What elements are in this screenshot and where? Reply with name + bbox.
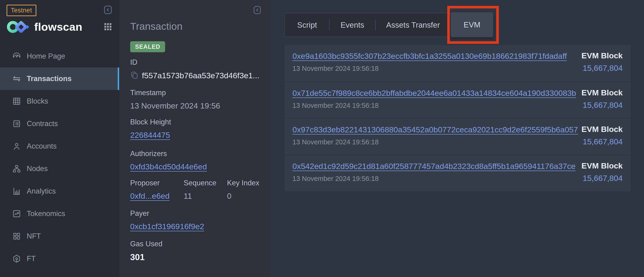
evm-transaction-row: 0xe9a1603bc9355fc307b23eccfb3bfc1a3255a0…: [284, 45, 631, 82]
sidebar-item-label: Nodes: [27, 165, 48, 173]
row-timestamp: 13 November 2024 19:56:18: [292, 65, 379, 72]
sidebar-item-blocks[interactable]: Blocks: [0, 90, 119, 112]
sidebar-nav: Home PageTransactionsBlocksContractsAcco…: [0, 45, 119, 270]
evm-block-label: EVM Block: [582, 88, 623, 97]
app-root: Testnet: [0, 0, 644, 277]
evm-transaction-row: 0x97c83d3eb8221431306880a35452a0b0772cec…: [284, 118, 631, 155]
sidebar-item-tokenomics[interactable]: Tokenomics: [0, 203, 119, 225]
sequence-value: 11: [184, 192, 227, 201]
network-badge: Testnet: [6, 5, 36, 16]
payer-link[interactable]: 0xcb1cf3196916f9e2: [130, 222, 204, 231]
tab-events[interactable]: Events: [329, 13, 376, 36]
field-id: ID f557a1573b76aa53e73d46f3e1...: [130, 58, 262, 80]
sidebar-item-analytics[interactable]: Analytics: [0, 180, 119, 203]
tab-assets-transfer[interactable]: Assets Transfer: [376, 13, 450, 36]
sidebar: Testnet: [0, 0, 119, 277]
sidebar-item-transactions[interactable]: Transactions: [0, 67, 119, 90]
block-height-link[interactable]: 226844475: [130, 131, 170, 139]
evm-block-number-link[interactable]: 15,667,804: [582, 63, 623, 73]
sidebar-item-accounts[interactable]: Accounts: [0, 135, 119, 157]
swap-icon: [12, 74, 21, 83]
transaction-panel: Transaction SEALED ID f557a1573b76aa53e7…: [119, 0, 271, 277]
row-timestamp: 13 November 2024 19:56:18: [292, 175, 379, 183]
tab-bar: ScriptEventsAssets TransferEVM: [284, 13, 495, 37]
payer-label: Payer: [130, 209, 262, 218]
evm-block-label: EVM Block: [582, 125, 623, 134]
sidebar-item-nodes[interactable]: Nodes: [0, 157, 119, 180]
field-payer: Payer 0xcb1cf3196916f9e2: [130, 209, 262, 231]
evm-block-label: EVM Block: [582, 161, 623, 170]
timestamp-label: Timestamp: [130, 89, 262, 97]
evm-transactions-list: 0xe9a1603bc9355fc307b23eccfb3bfc1a3255a0…: [284, 45, 631, 191]
evm-block-label: EVM Block: [582, 51, 623, 60]
field-timestamp: Timestamp 13 November 2024 19:56: [130, 89, 262, 110]
field-authorizers: Authorizers 0xfd3b4cd50d44e6ed: [130, 150, 262, 171]
sidebar-item-label: Transactions: [27, 74, 72, 83]
proposer-link[interactable]: 0xfd...e6ed: [130, 192, 170, 200]
sidebar-collapse-icon[interactable]: [103, 5, 113, 15]
contract-icon: [12, 119, 21, 128]
sidebar-item-label: Home Page: [27, 52, 65, 60]
evm-transaction-hash-link[interactable]: 0xe9a1603bc9355fc307b23eccfb3bfc1a3255a0…: [292, 51, 567, 61]
cube-icon: [12, 254, 21, 263]
evm-block-number-link[interactable]: 15,667,804: [582, 174, 623, 183]
gas-used-value: 301: [130, 252, 262, 262]
grid-table-icon: [12, 97, 21, 106]
sidebar-item-nft[interactable]: NFT: [0, 225, 119, 248]
gas-used-label: Gas Used: [130, 240, 262, 248]
evm-transaction-row: 0x542ed1c92d59c21d81a60f258777457ad4b232…: [284, 155, 631, 191]
evm-transaction-row: 0x71de55c7f989c8ce6bb2bffabdbe2044ee6a01…: [284, 82, 631, 118]
field-proposer-row: Proposer 0xfd...e6ed Sequence 11 Key Ind…: [130, 179, 262, 201]
field-block-height: Block Height 226844475: [130, 118, 262, 140]
brand-name: flowscan: [34, 20, 82, 33]
key-index-value: 0: [227, 192, 260, 201]
user-icon: [12, 142, 21, 151]
panel-title: Transaction: [130, 21, 182, 32]
evm-block-number-link[interactable]: 15,667,804: [582, 137, 623, 146]
id-label: ID: [130, 58, 262, 66]
sequence-label: Sequence: [184, 179, 227, 187]
sidebar-item-label: Tokenomics: [27, 210, 65, 218]
authorizers-link[interactable]: 0xfd3b4cd50d44e6ed: [130, 162, 207, 171]
authorizers-label: Authorizers: [130, 150, 262, 158]
flowscan-logo-icon: [6, 20, 29, 34]
key-index-label: Key Index: [227, 179, 260, 187]
field-gas-used: Gas Used 301: [130, 240, 262, 262]
evm-transaction-hash-link[interactable]: 0x97c83d3eb8221431306880a35452a0b0772cec…: [292, 125, 578, 134]
evm-block-number-link[interactable]: 15,667,804: [582, 101, 623, 110]
copy-icon[interactable]: [130, 71, 138, 80]
sidebar-item-contracts[interactable]: Contracts: [0, 112, 119, 135]
row-timestamp: 13 November 2024 19:56:18: [292, 102, 379, 109]
sidebar-item-label: FT: [27, 255, 36, 263]
status-badge: SEALED: [130, 41, 165, 52]
tab-evm[interactable]: EVM: [450, 12, 494, 37]
evm-transaction-hash-link[interactable]: 0x542ed1c92d59c21d81a60f258777457ad4b232…: [292, 162, 576, 171]
block-height-label: Block Height: [130, 118, 262, 126]
panel-collapse-icon[interactable]: [252, 5, 262, 15]
sidebar-item-ft[interactable]: FT: [0, 248, 119, 270]
gauge-icon: [12, 52, 21, 61]
brand-row: flowscan: [6, 20, 112, 34]
sidebar-item-home-page[interactable]: Home Page: [0, 45, 119, 67]
sidebar-item-label: Contracts: [27, 120, 58, 128]
sidebar-item-label: Accounts: [27, 142, 57, 150]
sidebar-item-label: Blocks: [27, 97, 48, 105]
transaction-id-value: f557a1573b76aa53e73d46f3e1...: [142, 71, 260, 80]
grid-2x2-icon: [12, 232, 21, 241]
timestamp-value: 13 November 2024 19:56: [130, 101, 262, 110]
apps-grid-icon[interactable]: [103, 22, 112, 31]
main-content: ScriptEventsAssets TransferEVM 0xe9a1603…: [271, 0, 644, 277]
sidebar-item-label: NFT: [27, 232, 41, 241]
bar-chart-icon: [12, 187, 21, 196]
sidebar-item-label: Analytics: [27, 187, 56, 195]
proposer-label: Proposer: [130, 179, 184, 187]
evm-transaction-hash-link[interactable]: 0x71de55c7f989c8ce6bb2bffabdbe2044ee6a01…: [292, 89, 576, 98]
tab-script[interactable]: Script: [285, 13, 329, 36]
network-icon: [12, 164, 21, 173]
row-timestamp: 13 November 2024 19:56:18: [292, 138, 379, 146]
trend-icon: [12, 209, 21, 218]
